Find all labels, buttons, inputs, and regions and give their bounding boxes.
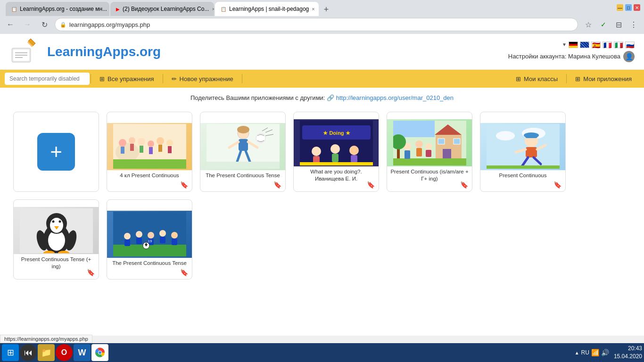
card3-bookmark[interactable]: 🔖	[367, 181, 375, 189]
card2-bookmark[interactable]: 🔖	[273, 181, 281, 189]
plus-icon: +	[50, 141, 62, 162]
share-bar: Поделитесь Вашими приложениями с другими…	[0, 88, 644, 108]
close-button[interactable]: ✕	[634, 4, 640, 11]
svg-point-97	[171, 232, 178, 239]
app-card-6[interactable]: Present Continuous Tense (+ ing) 🔖	[13, 199, 99, 280]
tab2-label: (2) Видеоурок LearningApps Co...	[123, 6, 209, 12]
share-text: Поделитесь Вашими приложениями с другими…	[190, 94, 325, 101]
card2-thumbnail	[200, 123, 285, 170]
svg-rect-18	[158, 145, 162, 152]
forward-button[interactable]: →	[21, 18, 34, 31]
back-button[interactable]: ←	[4, 18, 17, 31]
app-card-5[interactable]: Present Continuous 🔖	[480, 112, 566, 192]
extensions-button[interactable]: ✓	[597, 18, 610, 31]
new-tab-button[interactable]: +	[320, 3, 333, 16]
svg-rect-61	[487, 124, 560, 169]
app-card-7[interactable]: 19 The Present Continuous Tense 🔖	[107, 199, 192, 280]
svg-rect-44	[300, 162, 373, 165]
card1-thumbnail	[107, 123, 192, 170]
logo-text: LearningApps.org	[47, 44, 161, 59]
flag-it[interactable]: 🇮🇹	[614, 41, 623, 48]
tab-bar-area: 📋 LearningApps.org - создание мн... × ▶ …	[4, 0, 335, 16]
card5-title: Present Continuous	[496, 170, 549, 181]
card7-title: The Present Continuous Tense	[109, 258, 190, 269]
svg-point-11	[129, 137, 135, 144]
nav-divider-1	[91, 74, 91, 83]
refresh-button[interactable]: ↻	[38, 18, 51, 31]
svg-rect-50	[454, 139, 460, 144]
nav-bar: ⊞ Все упражнения ✏ Новое упражнение ⊞ Мо…	[0, 70, 644, 88]
card6-title: Present Continuous Tense (+ ing)	[14, 254, 99, 272]
svg-point-91	[136, 231, 142, 238]
app-card-4[interactable]: Present Continuous (is/am/are + Г+ ing) …	[387, 112, 472, 192]
card1-title: 4 кл Present Continuous	[117, 170, 182, 181]
my-apps-label: Мои приложения	[583, 75, 632, 82]
tab3-label: LearningApps | snail-it-pedagog	[229, 6, 309, 12]
app-grid-2: Present Continuous Tense (+ ing) 🔖	[0, 196, 644, 283]
share-link[interactable]: http://learningapps.org/user/mar_0210_de…	[336, 94, 454, 101]
tab-1[interactable]: 📋 LearningApps.org - создание мн... ×	[6, 2, 109, 16]
flag-fr[interactable]: 🇫🇷	[603, 41, 612, 48]
svg-point-19	[166, 140, 173, 146]
svg-rect-66	[525, 133, 537, 138]
tab-3[interactable]: 📋 LearningApps | snail-it-pedagog ×	[215, 2, 319, 16]
flag-ru[interactable]: 🇷🇺	[625, 41, 635, 48]
url-bar[interactable]: 🔒 learningapps.org/myapps.php	[55, 18, 578, 31]
nav-my-classes[interactable]: ⊞ Мои классы	[508, 70, 565, 88]
browser-window: 📋 LearningApps.org - создание мн... × ▶ …	[0, 0, 644, 336]
flag-es[interactable]: 🇪🇸	[591, 41, 601, 48]
account-avatar[interactable]: 👤	[623, 51, 635, 62]
card6-bookmark[interactable]: 🔖	[87, 269, 95, 276]
tab3-favicon: 📋	[221, 6, 226, 12]
svg-rect-20	[168, 146, 172, 153]
svg-point-13	[138, 138, 145, 146]
svg-point-54	[415, 140, 423, 148]
svg-point-38	[312, 147, 321, 156]
tab2-close[interactable]: ×	[212, 6, 214, 12]
svg-rect-92	[136, 238, 142, 244]
menu-button[interactable]: ⋮	[627, 18, 640, 31]
header-right: ▼ DE 🇬🇧 🇪🇸 🇫🇷 🇮🇹 🇷🇺 Настройки аккаунта: …	[508, 41, 635, 62]
app-card-1[interactable]: 4 кл Present Continuous 🔖	[107, 112, 192, 192]
svg-point-80	[52, 220, 54, 222]
add-app-card[interactable]: +	[13, 112, 99, 192]
maximize-button[interactable]: □	[625, 4, 632, 11]
card4-bookmark[interactable]: 🔖	[460, 181, 468, 189]
card1-bookmark[interactable]: 🔖	[180, 181, 188, 189]
svg-rect-53	[405, 150, 410, 159]
tab-2[interactable]: ▶ (2) Видеоурок LearningApps Co... ×	[110, 2, 214, 16]
card5-bookmark[interactable]: 🔖	[553, 181, 561, 189]
card5-thumbnail	[480, 123, 565, 170]
nav-my-apps[interactable]: ⊞ Мои приложения	[568, 70, 639, 88]
tabs-bar: 📋 LearningApps.org - создание мн... × ▶ …	[4, 0, 335, 16]
page-content: LearningApps.org ▼ DE 🇬🇧 🇪🇸 🇫🇷 🇮🇹 🇷🇺	[0, 34, 644, 336]
nav-new-exercise[interactable]: ✏ Новое упражнение	[164, 70, 241, 88]
flag-dropdown: ▼	[562, 42, 567, 47]
card7-bookmark[interactable]: 🔖	[180, 269, 188, 276]
lock-icon: 🔒	[60, 22, 66, 28]
app-card-3[interactable]: ★ Doing ★ What are you d	[293, 112, 379, 192]
my-classes-icon: ⊞	[516, 75, 521, 82]
cast-button[interactable]: ⊟	[612, 18, 625, 31]
star-button[interactable]: ☆	[582, 18, 595, 31]
nav-all-exercises[interactable]: ⊞ Все упражнения	[92, 70, 162, 88]
search-input[interactable]	[5, 73, 90, 85]
window-controls: — □ ✕	[617, 4, 640, 11]
tab3-close[interactable]: ×	[312, 6, 314, 12]
site-header: LearningApps.org ▼ DE 🇬🇧 🇪🇸 🇫🇷 🇮🇹 🇷🇺	[0, 34, 644, 70]
svg-rect-67	[526, 147, 537, 157]
svg-point-15	[148, 140, 154, 147]
svg-point-62	[496, 131, 515, 140]
add-icon: +	[37, 133, 75, 171]
svg-rect-14	[140, 146, 143, 153]
card7-thumbnail: 19	[107, 211, 192, 258]
minimize-button[interactable]: —	[617, 4, 623, 11]
svg-point-89	[124, 233, 131, 239]
flag-en[interactable]: 🇬🇧	[580, 41, 589, 48]
svg-rect-57	[426, 150, 431, 157]
flag-de[interactable]: DE	[569, 41, 578, 48]
svg-point-77	[50, 218, 63, 233]
svg-point-9	[119, 139, 126, 147]
app-card-2[interactable]: The Present Continuous Tense 🔖	[200, 112, 286, 192]
svg-rect-43	[351, 155, 357, 163]
